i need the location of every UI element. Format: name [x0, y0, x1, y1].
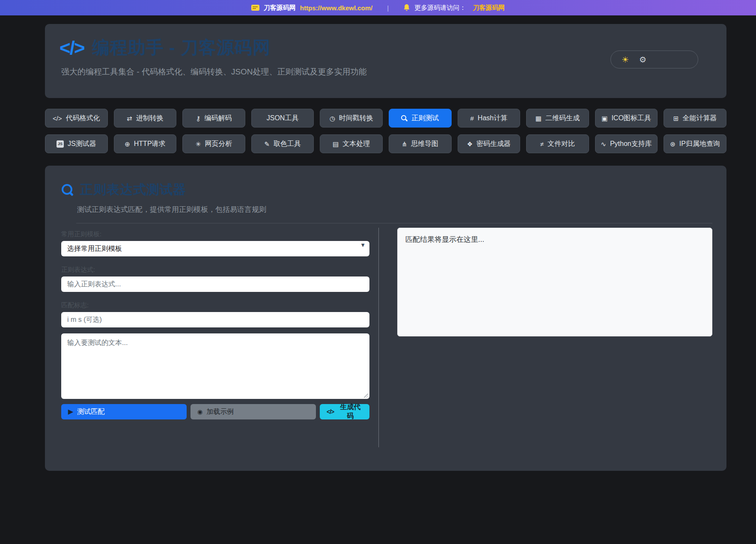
hash-calc-icon: #: [470, 115, 474, 122]
tab-color-picker[interactable]: ✎取色工具: [251, 134, 314, 153]
tab-label: 思维导图: [411, 140, 438, 149]
tab-web-analyze[interactable]: ✳网页分析: [182, 134, 245, 153]
regex-input[interactable]: [61, 276, 369, 292]
tab-label: Python支持库: [610, 140, 652, 149]
tab-http-request[interactable]: ⊕HTTP请求: [114, 134, 177, 153]
file-diff-icon: ≠: [540, 141, 544, 147]
notice-text: 更多源码请访问：: [414, 4, 466, 12]
tool-title: 正则表达式测试器: [80, 181, 186, 199]
timestamp-icon: ◷: [330, 115, 335, 122]
tab-qrcode-gen[interactable]: ▦二维码生成: [526, 109, 589, 128]
tab-regex-test[interactable]: 正则测试: [389, 109, 452, 128]
tab-label: JSON工具: [267, 114, 299, 123]
tab-base-convert[interactable]: ⇄进制转换: [114, 109, 177, 128]
load-example-label: 加载示例: [206, 407, 234, 416]
code-format-icon: </>: [53, 115, 62, 122]
flags-label: 匹配标志:: [61, 301, 369, 309]
tab-label: 全能计算器: [682, 114, 717, 123]
tab-text-process[interactable]: ▤文本处理: [320, 134, 383, 153]
tab-file-diff[interactable]: ≠文件对比: [526, 134, 589, 153]
regex-label: 正则表达式:: [61, 266, 369, 274]
top-announcement-bar: 刀客源码网 https://www.dkewl.com/ | 更多源码请访问： …: [0, 0, 756, 15]
encode-decode-icon: ⚷: [196, 115, 200, 122]
regex-test-icon: [401, 115, 408, 122]
tab-label: HTTP请求: [134, 140, 166, 149]
ip-lookup-icon: ⊛: [670, 141, 676, 147]
password-gen-icon: ❖: [467, 141, 473, 147]
generate-code-label: 生成代码: [338, 403, 363, 421]
load-example-button[interactable]: ◉ 加载示例: [190, 404, 316, 419]
test-match-label: 测试匹配: [77, 407, 104, 416]
play-icon: ▶: [68, 408, 73, 415]
template-select[interactable]: 选择常用正则模板 ▼: [61, 241, 369, 256]
notice-link[interactable]: 刀客源码网: [473, 4, 505, 12]
tab-label: 代码格式化: [66, 114, 100, 123]
template-label: 常用正则模板:: [61, 230, 369, 238]
regex-form: 常用正则模板: 选择常用正则模板 ▼ 正则表达式: 匹配标志: ▶ 测试匹配: [61, 223, 369, 447]
tab-python-lib[interactable]: ∿Python支持库: [595, 134, 658, 153]
mind-map-icon: ⋔: [402, 141, 407, 147]
tab-js-tester[interactable]: JSJS测试器: [45, 134, 108, 153]
gear-icon[interactable]: ⚙: [639, 55, 646, 65]
regex-tester-panel: 正则表达式测试器 测试正则表达式匹配，提供常用正则模板，包括易语言规则 常用正则…: [45, 166, 726, 471]
theme-toggle[interactable]: ☀ ⚙: [610, 51, 698, 68]
page-subtitle: 强大的编程工具集合 - 代码格式化、编码转换、JSON处理、正则测试及更多实用功…: [61, 66, 709, 77]
tab-label: 正则测试: [411, 114, 439, 123]
tab-label: 编码解码: [204, 114, 232, 123]
tab-password-gen[interactable]: ❖密码生成器: [458, 134, 521, 153]
generate-code-button[interactable]: </> 生成代码: [320, 404, 369, 419]
qrcode-gen-icon: ▦: [536, 115, 542, 122]
template-select-value: 选择常用正则模板: [67, 244, 122, 253]
tab-label: 密码生成器: [476, 140, 511, 149]
test-match-button[interactable]: ▶ 测试匹配: [61, 404, 187, 419]
tab-label: ICO图标工具: [611, 114, 651, 123]
tab-label: IP归属地查询: [679, 140, 720, 149]
calculator-icon: ⊞: [673, 115, 679, 122]
test-text-input[interactable]: [61, 333, 369, 399]
code-icon: </>: [327, 409, 334, 415]
base-convert-icon: ⇄: [127, 115, 132, 122]
tab-label: 时间戳转换: [339, 114, 373, 123]
chevron-down-icon: ▼: [360, 242, 366, 248]
site-name: 刀客源码网: [264, 4, 296, 12]
http-request-icon: ⊕: [125, 141, 130, 147]
tab-label: 网页分析: [205, 140, 232, 149]
tab-label: JS测试器: [68, 140, 96, 149]
tab-encode-decode[interactable]: ⚷编码解码: [182, 109, 245, 128]
js-tester-icon: JS: [57, 140, 64, 148]
python-lib-icon: ∿: [601, 141, 606, 147]
tab-hash-calc[interactable]: #Hash计算: [458, 109, 521, 128]
tab-label: 二维码生成: [545, 114, 580, 123]
tab-label: 文本处理: [342, 140, 370, 149]
tab-label: Hash计算: [478, 114, 507, 123]
page-title: 编程助手 - 刀客源码网: [92, 36, 271, 59]
tab-label: 文件对比: [548, 140, 575, 149]
color-picker-icon: ✎: [264, 141, 270, 147]
tab-label: 进制转换: [136, 114, 164, 123]
tab-ip-lookup[interactable]: ⊛IP归属地查询: [664, 134, 726, 153]
tool-tabs-row-2: JSJS测试器⊕HTTP请求✳网页分析✎取色工具▤文本处理⋔思维导图❖密码生成器…: [45, 134, 726, 153]
tab-calculator[interactable]: ⊞全能计算器: [664, 109, 726, 128]
tab-json-tools[interactable]: JSON工具: [251, 109, 314, 128]
page-header: </> 编程助手 - 刀客源码网 强大的编程工具集合 - 代码格式化、编码转换、…: [45, 24, 726, 98]
web-analyze-icon: ✳: [196, 141, 201, 147]
tab-code-format[interactable]: </>代码格式化: [45, 109, 108, 128]
site-url-link[interactable]: https://www.dkewl.com/: [300, 4, 372, 12]
text-process-icon: ▤: [333, 141, 339, 147]
ico-tools-icon: ▣: [601, 115, 607, 122]
code-logo-icon: </>: [60, 37, 84, 59]
match-result-panel: 匹配结果将显示在这里...: [397, 228, 712, 336]
sun-icon[interactable]: ☀: [622, 55, 629, 65]
tab-label: 取色工具: [274, 140, 301, 149]
tab-ico-tools[interactable]: ▣ICO图标工具: [595, 109, 658, 128]
bulb-icon: ◉: [197, 409, 202, 415]
tool-tabs-row-1: </>代码格式化⇄进制转换⚷编码解码JSON工具◷时间戳转换正则测试#Hash计…: [45, 109, 726, 128]
bell-icon: [403, 4, 410, 12]
site-card-icon: [251, 5, 259, 11]
tab-timestamp[interactable]: ◷时间戳转换: [320, 109, 383, 128]
tab-mind-map[interactable]: ⋔思维导图: [389, 134, 452, 153]
topbar-separator: |: [387, 4, 389, 12]
flags-input[interactable]: [61, 312, 369, 327]
tool-subtitle: 测试正则表达式匹配，提供常用正则模板，包括易语言规则: [77, 205, 712, 214]
search-icon: [61, 184, 74, 196]
